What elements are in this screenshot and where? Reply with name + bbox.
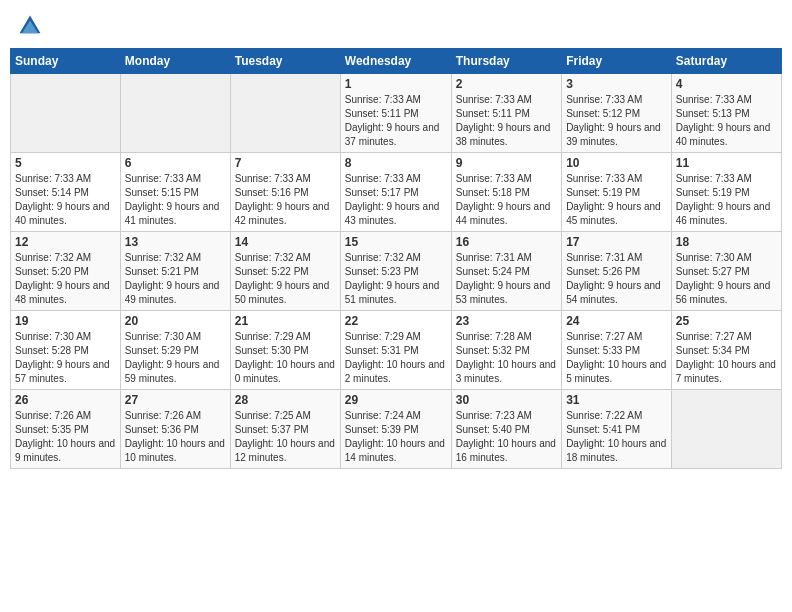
day-number: 13 — [125, 235, 226, 249]
day-number: 26 — [15, 393, 116, 407]
day-detail: Sunrise: 7:31 AM Sunset: 5:24 PM Dayligh… — [456, 251, 557, 307]
weekday-header-cell: Tuesday — [230, 49, 340, 74]
day-number: 5 — [15, 156, 116, 170]
day-number: 15 — [345, 235, 447, 249]
day-detail: Sunrise: 7:33 AM Sunset: 5:11 PM Dayligh… — [345, 93, 447, 149]
calendar-day-cell — [120, 74, 230, 153]
day-detail: Sunrise: 7:32 AM Sunset: 5:22 PM Dayligh… — [235, 251, 336, 307]
day-number: 25 — [676, 314, 777, 328]
calendar-day-cell: 30Sunrise: 7:23 AM Sunset: 5:40 PM Dayli… — [451, 390, 561, 469]
day-number: 19 — [15, 314, 116, 328]
weekday-header-row: SundayMondayTuesdayWednesdayThursdayFrid… — [11, 49, 782, 74]
calendar-day-cell: 19Sunrise: 7:30 AM Sunset: 5:28 PM Dayli… — [11, 311, 121, 390]
day-number: 31 — [566, 393, 667, 407]
calendar-day-cell — [11, 74, 121, 153]
calendar-day-cell: 5Sunrise: 7:33 AM Sunset: 5:14 PM Daylig… — [11, 153, 121, 232]
day-number: 10 — [566, 156, 667, 170]
day-detail: Sunrise: 7:29 AM Sunset: 5:31 PM Dayligh… — [345, 330, 447, 386]
day-detail: Sunrise: 7:26 AM Sunset: 5:36 PM Dayligh… — [125, 409, 226, 465]
day-number: 1 — [345, 77, 447, 91]
calendar-day-cell: 18Sunrise: 7:30 AM Sunset: 5:27 PM Dayli… — [671, 232, 781, 311]
calendar-day-cell: 7Sunrise: 7:33 AM Sunset: 5:16 PM Daylig… — [230, 153, 340, 232]
day-detail: Sunrise: 7:33 AM Sunset: 5:16 PM Dayligh… — [235, 172, 336, 228]
day-number: 28 — [235, 393, 336, 407]
day-detail: Sunrise: 7:29 AM Sunset: 5:30 PM Dayligh… — [235, 330, 336, 386]
day-number: 21 — [235, 314, 336, 328]
day-detail: Sunrise: 7:31 AM Sunset: 5:26 PM Dayligh… — [566, 251, 667, 307]
day-detail: Sunrise: 7:32 AM Sunset: 5:21 PM Dayligh… — [125, 251, 226, 307]
calendar-day-cell: 21Sunrise: 7:29 AM Sunset: 5:30 PM Dayli… — [230, 311, 340, 390]
calendar-day-cell: 16Sunrise: 7:31 AM Sunset: 5:24 PM Dayli… — [451, 232, 561, 311]
day-detail: Sunrise: 7:33 AM Sunset: 5:18 PM Dayligh… — [456, 172, 557, 228]
day-detail: Sunrise: 7:30 AM Sunset: 5:27 PM Dayligh… — [676, 251, 777, 307]
calendar-day-cell: 9Sunrise: 7:33 AM Sunset: 5:18 PM Daylig… — [451, 153, 561, 232]
calendar-day-cell: 20Sunrise: 7:30 AM Sunset: 5:29 PM Dayli… — [120, 311, 230, 390]
day-detail: Sunrise: 7:22 AM Sunset: 5:41 PM Dayligh… — [566, 409, 667, 465]
calendar-day-cell: 25Sunrise: 7:27 AM Sunset: 5:34 PM Dayli… — [671, 311, 781, 390]
calendar-week-row: 1Sunrise: 7:33 AM Sunset: 5:11 PM Daylig… — [11, 74, 782, 153]
day-detail: Sunrise: 7:32 AM Sunset: 5:20 PM Dayligh… — [15, 251, 116, 307]
calendar-day-cell — [230, 74, 340, 153]
day-number: 27 — [125, 393, 226, 407]
day-number: 9 — [456, 156, 557, 170]
day-detail: Sunrise: 7:33 AM Sunset: 5:15 PM Dayligh… — [125, 172, 226, 228]
logo — [18, 14, 46, 38]
logo-icon — [18, 14, 42, 38]
day-detail: Sunrise: 7:30 AM Sunset: 5:28 PM Dayligh… — [15, 330, 116, 386]
weekday-header-cell: Saturday — [671, 49, 781, 74]
day-detail: Sunrise: 7:33 AM Sunset: 5:14 PM Dayligh… — [15, 172, 116, 228]
calendar-day-cell: 4Sunrise: 7:33 AM Sunset: 5:13 PM Daylig… — [671, 74, 781, 153]
day-number: 24 — [566, 314, 667, 328]
weekday-header-cell: Monday — [120, 49, 230, 74]
day-detail: Sunrise: 7:32 AM Sunset: 5:23 PM Dayligh… — [345, 251, 447, 307]
day-detail: Sunrise: 7:33 AM Sunset: 5:11 PM Dayligh… — [456, 93, 557, 149]
day-number: 3 — [566, 77, 667, 91]
day-detail: Sunrise: 7:33 AM Sunset: 5:17 PM Dayligh… — [345, 172, 447, 228]
day-detail: Sunrise: 7:25 AM Sunset: 5:37 PM Dayligh… — [235, 409, 336, 465]
day-number: 30 — [456, 393, 557, 407]
day-number: 4 — [676, 77, 777, 91]
day-detail: Sunrise: 7:33 AM Sunset: 5:19 PM Dayligh… — [566, 172, 667, 228]
day-detail: Sunrise: 7:28 AM Sunset: 5:32 PM Dayligh… — [456, 330, 557, 386]
calendar-day-cell: 29Sunrise: 7:24 AM Sunset: 5:39 PM Dayli… — [340, 390, 451, 469]
day-number: 22 — [345, 314, 447, 328]
day-detail: Sunrise: 7:24 AM Sunset: 5:39 PM Dayligh… — [345, 409, 447, 465]
calendar-day-cell: 23Sunrise: 7:28 AM Sunset: 5:32 PM Dayli… — [451, 311, 561, 390]
calendar-day-cell: 12Sunrise: 7:32 AM Sunset: 5:20 PM Dayli… — [11, 232, 121, 311]
calendar-week-row: 26Sunrise: 7:26 AM Sunset: 5:35 PM Dayli… — [11, 390, 782, 469]
day-number: 18 — [676, 235, 777, 249]
calendar-day-cell: 3Sunrise: 7:33 AM Sunset: 5:12 PM Daylig… — [562, 74, 672, 153]
day-detail: Sunrise: 7:33 AM Sunset: 5:12 PM Dayligh… — [566, 93, 667, 149]
weekday-header-cell: Friday — [562, 49, 672, 74]
day-detail: Sunrise: 7:30 AM Sunset: 5:29 PM Dayligh… — [125, 330, 226, 386]
calendar-day-cell — [671, 390, 781, 469]
calendar-day-cell: 14Sunrise: 7:32 AM Sunset: 5:22 PM Dayli… — [230, 232, 340, 311]
calendar-day-cell: 8Sunrise: 7:33 AM Sunset: 5:17 PM Daylig… — [340, 153, 451, 232]
day-number: 23 — [456, 314, 557, 328]
calendar-body: 1Sunrise: 7:33 AM Sunset: 5:11 PM Daylig… — [11, 74, 782, 469]
calendar-week-row: 19Sunrise: 7:30 AM Sunset: 5:28 PM Dayli… — [11, 311, 782, 390]
day-detail: Sunrise: 7:27 AM Sunset: 5:34 PM Dayligh… — [676, 330, 777, 386]
calendar-week-row: 5Sunrise: 7:33 AM Sunset: 5:14 PM Daylig… — [11, 153, 782, 232]
day-number: 2 — [456, 77, 557, 91]
day-number: 16 — [456, 235, 557, 249]
calendar-day-cell: 15Sunrise: 7:32 AM Sunset: 5:23 PM Dayli… — [340, 232, 451, 311]
calendar-day-cell: 11Sunrise: 7:33 AM Sunset: 5:19 PM Dayli… — [671, 153, 781, 232]
calendar-day-cell: 22Sunrise: 7:29 AM Sunset: 5:31 PM Dayli… — [340, 311, 451, 390]
weekday-header-cell: Thursday — [451, 49, 561, 74]
day-detail: Sunrise: 7:26 AM Sunset: 5:35 PM Dayligh… — [15, 409, 116, 465]
calendar-day-cell: 1Sunrise: 7:33 AM Sunset: 5:11 PM Daylig… — [340, 74, 451, 153]
day-number: 17 — [566, 235, 667, 249]
day-detail: Sunrise: 7:33 AM Sunset: 5:19 PM Dayligh… — [676, 172, 777, 228]
calendar-day-cell: 2Sunrise: 7:33 AM Sunset: 5:11 PM Daylig… — [451, 74, 561, 153]
day-number: 11 — [676, 156, 777, 170]
calendar-day-cell: 24Sunrise: 7:27 AM Sunset: 5:33 PM Dayli… — [562, 311, 672, 390]
day-number: 8 — [345, 156, 447, 170]
day-number: 20 — [125, 314, 226, 328]
day-number: 14 — [235, 235, 336, 249]
day-number: 6 — [125, 156, 226, 170]
calendar-week-row: 12Sunrise: 7:32 AM Sunset: 5:20 PM Dayli… — [11, 232, 782, 311]
calendar-day-cell: 17Sunrise: 7:31 AM Sunset: 5:26 PM Dayli… — [562, 232, 672, 311]
calendar-day-cell: 10Sunrise: 7:33 AM Sunset: 5:19 PM Dayli… — [562, 153, 672, 232]
day-number: 7 — [235, 156, 336, 170]
